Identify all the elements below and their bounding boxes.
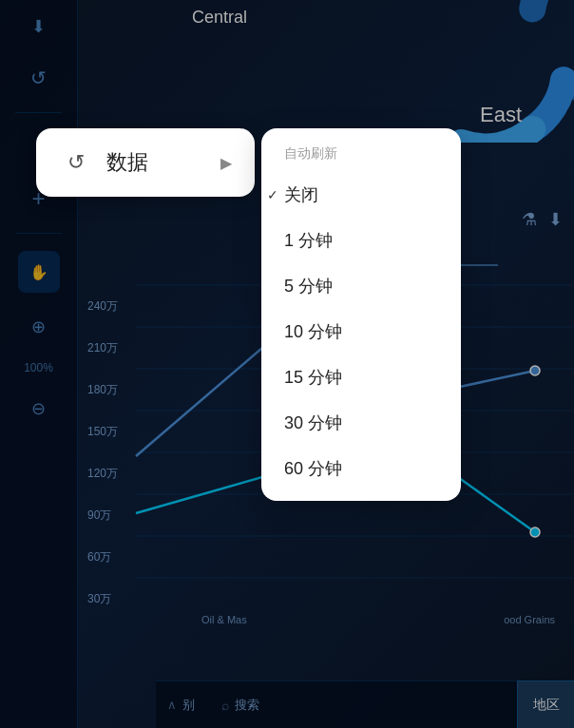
- refresh-option-15min[interactable]: 15 分钟: [261, 354, 461, 400]
- refresh-label-30min: 30 分钟: [284, 412, 342, 434]
- data-button-label: 数据: [106, 148, 148, 177]
- data-button-chevron: ▶: [220, 154, 232, 172]
- refresh-option-off[interactable]: ✓ 关闭: [261, 172, 461, 218]
- auto-refresh-dropdown: 自动刷新 ✓ 关闭 1 分钟 5 分钟 10 分钟 15 分钟 30 分钟 60…: [261, 128, 461, 501]
- refresh-label-15min: 15 分钟: [284, 366, 342, 389]
- refresh-option-30min[interactable]: 30 分钟: [261, 400, 461, 446]
- dropdown-header: 自动刷新: [261, 142, 461, 172]
- refresh-option-1min[interactable]: 1 分钟: [261, 218, 461, 263]
- refresh-label-60min: 60 分钟: [284, 457, 342, 480]
- refresh-option-5min[interactable]: 5 分钟: [261, 263, 461, 309]
- refresh-label-10min: 10 分钟: [284, 320, 342, 343]
- refresh-label-5min: 5 分钟: [284, 275, 333, 297]
- data-button[interactable]: ↺ 数据 ▶: [36, 128, 255, 197]
- refresh-option-10min[interactable]: 10 分钟: [261, 309, 461, 354]
- refresh-option-60min[interactable]: 60 分钟: [261, 446, 461, 491]
- data-button-content: ↺ 数据: [59, 145, 148, 180]
- check-mark-off: ✓: [267, 187, 278, 202]
- data-refresh-icon: ↺: [59, 145, 93, 180]
- refresh-label-off: 关闭: [284, 183, 318, 206]
- refresh-label-1min: 1 分钟: [284, 229, 333, 252]
